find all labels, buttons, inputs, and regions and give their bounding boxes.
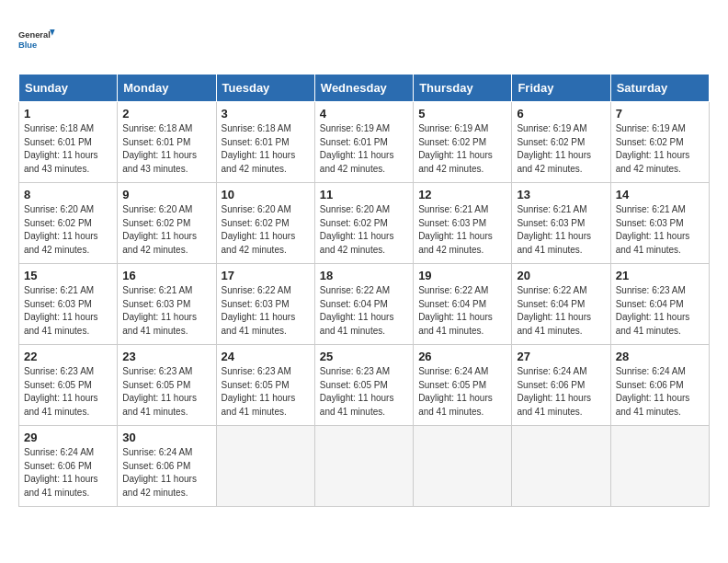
calendar-week-4: 22Sunrise: 6:23 AMSunset: 6:05 PMDayligh… bbox=[19, 345, 710, 426]
calendar-day-10: 10Sunrise: 6:20 AMSunset: 6:02 PMDayligh… bbox=[216, 183, 314, 264]
calendar-day-21: 21Sunrise: 6:23 AMSunset: 6:04 PMDayligh… bbox=[610, 264, 709, 345]
calendar-header-sunday: Sunday bbox=[19, 75, 118, 102]
calendar-day-27: 27Sunrise: 6:24 AMSunset: 6:06 PMDayligh… bbox=[512, 345, 610, 426]
calendar-day-empty bbox=[512, 426, 610, 507]
calendar-day-19: 19Sunrise: 6:22 AMSunset: 6:04 PMDayligh… bbox=[414, 264, 512, 345]
calendar-header-saturday: Saturday bbox=[610, 75, 709, 102]
calendar-header-monday: Monday bbox=[118, 75, 216, 102]
calendar-day-empty bbox=[414, 426, 512, 507]
calendar-day-26: 26Sunrise: 6:24 AMSunset: 6:05 PMDayligh… bbox=[414, 345, 512, 426]
calendar-day-3: 3Sunrise: 6:18 AMSunset: 6:01 PMDaylight… bbox=[216, 102, 314, 183]
svg-marker-2 bbox=[50, 29, 55, 36]
calendar-day-22: 22Sunrise: 6:23 AMSunset: 6:05 PMDayligh… bbox=[19, 345, 118, 426]
calendar-day-20: 20Sunrise: 6:22 AMSunset: 6:04 PMDayligh… bbox=[512, 264, 610, 345]
calendar-day-4: 4Sunrise: 6:19 AMSunset: 6:01 PMDaylight… bbox=[314, 102, 413, 183]
header: General Blue bbox=[18, 18, 710, 59]
calendar-header-tuesday: Tuesday bbox=[216, 75, 314, 102]
calendar-week-3: 15Sunrise: 6:21 AMSunset: 6:03 PMDayligh… bbox=[19, 264, 710, 345]
calendar-day-empty bbox=[216, 426, 314, 507]
calendar-day-2: 2Sunrise: 6:18 AMSunset: 6:01 PMDaylight… bbox=[118, 102, 216, 183]
calendar-day-5: 5Sunrise: 6:19 AMSunset: 6:02 PMDaylight… bbox=[414, 102, 512, 183]
calendar-header-thursday: Thursday bbox=[414, 75, 512, 102]
calendar-week-1: 1Sunrise: 6:18 AMSunset: 6:01 PMDaylight… bbox=[19, 102, 710, 183]
calendar-header-friday: Friday bbox=[512, 75, 610, 102]
calendar-day-30: 30Sunrise: 6:24 AMSunset: 6:06 PMDayligh… bbox=[118, 426, 216, 507]
calendar-day-empty bbox=[314, 426, 413, 507]
calendar-week-5: 29Sunrise: 6:24 AMSunset: 6:06 PMDayligh… bbox=[19, 426, 710, 507]
calendar-table: SundayMondayTuesdayWednesdayThursdayFrid… bbox=[18, 74, 710, 507]
calendar-day-18: 18Sunrise: 6:22 AMSunset: 6:04 PMDayligh… bbox=[314, 264, 413, 345]
calendar-day-14: 14Sunrise: 6:21 AMSunset: 6:03 PMDayligh… bbox=[610, 183, 709, 264]
calendar-day-16: 16Sunrise: 6:21 AMSunset: 6:03 PMDayligh… bbox=[118, 264, 216, 345]
calendar-day-12: 12Sunrise: 6:21 AMSunset: 6:03 PMDayligh… bbox=[414, 183, 512, 264]
calendar-day-28: 28Sunrise: 6:24 AMSunset: 6:06 PMDayligh… bbox=[610, 345, 709, 426]
calendar-day-empty bbox=[610, 426, 709, 507]
calendar-day-1: 1Sunrise: 6:18 AMSunset: 6:01 PMDaylight… bbox=[19, 102, 118, 183]
calendar-day-6: 6Sunrise: 6:19 AMSunset: 6:02 PMDaylight… bbox=[512, 102, 610, 183]
calendar-day-7: 7Sunrise: 6:19 AMSunset: 6:02 PMDaylight… bbox=[610, 102, 709, 183]
logo: General Blue bbox=[18, 18, 59, 59]
logo-svg: General Blue bbox=[18, 18, 59, 59]
calendar-day-17: 17Sunrise: 6:22 AMSunset: 6:03 PMDayligh… bbox=[216, 264, 314, 345]
calendar-week-2: 8Sunrise: 6:20 AMSunset: 6:02 PMDaylight… bbox=[19, 183, 710, 264]
calendar-day-23: 23Sunrise: 6:23 AMSunset: 6:05 PMDayligh… bbox=[118, 345, 216, 426]
calendar-day-9: 9Sunrise: 6:20 AMSunset: 6:02 PMDaylight… bbox=[118, 183, 216, 264]
calendar-header-row: SundayMondayTuesdayWednesdayThursdayFrid… bbox=[19, 75, 710, 102]
calendar-day-13: 13Sunrise: 6:21 AMSunset: 6:03 PMDayligh… bbox=[512, 183, 610, 264]
calendar-day-11: 11Sunrise: 6:20 AMSunset: 6:02 PMDayligh… bbox=[314, 183, 413, 264]
calendar-day-29: 29Sunrise: 6:24 AMSunset: 6:06 PMDayligh… bbox=[19, 426, 118, 507]
calendar-day-25: 25Sunrise: 6:23 AMSunset: 6:05 PMDayligh… bbox=[314, 345, 413, 426]
calendar-header-wednesday: Wednesday bbox=[314, 75, 413, 102]
svg-text:General: General bbox=[18, 30, 51, 40]
calendar-day-8: 8Sunrise: 6:20 AMSunset: 6:02 PMDaylight… bbox=[19, 183, 118, 264]
calendar-day-15: 15Sunrise: 6:21 AMSunset: 6:03 PMDayligh… bbox=[19, 264, 118, 345]
calendar-day-24: 24Sunrise: 6:23 AMSunset: 6:05 PMDayligh… bbox=[216, 345, 314, 426]
svg-text:Blue: Blue bbox=[18, 40, 37, 50]
